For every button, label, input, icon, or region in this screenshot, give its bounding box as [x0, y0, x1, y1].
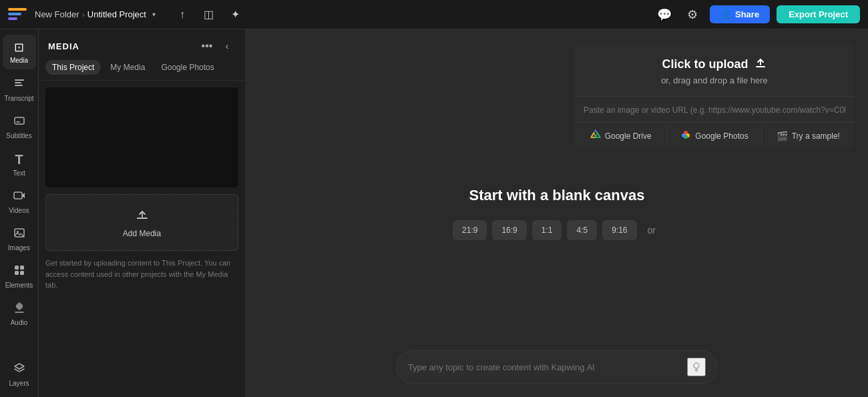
sidebar-item-audio-label: Audio	[11, 319, 28, 326]
svg-rect-2	[15, 85, 23, 86]
aspect-btn-1-1[interactable]: 1:1	[532, 220, 562, 240]
sidebar-item-images[interactable]: Images	[3, 222, 36, 256]
svg-point-7	[17, 231, 19, 233]
videos-icon	[13, 189, 25, 205]
sidebar-item-elements-label: Elements	[5, 282, 33, 289]
app-logo	[8, 8, 27, 21]
audio-icon	[13, 302, 25, 317]
media-icon[interactable]: ◫	[198, 4, 220, 25]
comments-icon[interactable]: 💬	[654, 4, 675, 25]
settings-icon[interactable]: ⚙	[682, 4, 703, 25]
svg-rect-12	[137, 218, 148, 219]
topbar: New Folder › Untitled Project ▾ ↑ ◫ ✦ 💬 …	[0, 0, 868, 29]
sidebar-item-elements[interactable]: Elements	[3, 259, 36, 294]
upload-main-text: Click to upload	[662, 56, 767, 73]
media-panel: MEDIA ••• ‹ This Project My Media Google…	[39, 29, 246, 397]
breadcrumb: New Folder › Untitled Project ▾	[35, 9, 160, 20]
upload-arrow-icon	[754, 56, 767, 73]
sidebar-item-layers-label: Layers	[9, 380, 29, 387]
aspect-btn-4-5[interactable]: 4:5	[567, 220, 597, 240]
upload-sub-text: or, drag and drop a file here	[661, 75, 768, 85]
sidebar-item-transcript[interactable]: Transcript	[3, 72, 36, 107]
upload-main-label: Click to upload	[662, 57, 748, 71]
media-tabs: This Project My Media Google Photos	[39, 60, 245, 81]
tab-this-project[interactable]: This Project	[45, 60, 101, 75]
topbar-right: 💬 ⚙ 👤 Share Export Project	[654, 4, 860, 25]
svg-rect-9	[20, 266, 24, 270]
media-content: Add Media Get started by uploading conte…	[39, 81, 245, 397]
upload-top[interactable]: Click to upload or, drag and drop a file…	[574, 43, 855, 97]
try-sample-button[interactable]: 🎬 Try a sample!	[762, 124, 855, 148]
svg-point-20	[694, 363, 699, 368]
sidebar-item-audio[interactable]: Audio	[3, 296, 36, 331]
canvas-area: Start with a blank canvas 21:9 16:9 1:1 …	[246, 29, 868, 397]
google-drive-label: Google Drive	[605, 131, 652, 141]
svg-rect-1	[15, 82, 21, 83]
main-layout: ⊡ Media Transcript Subtitles T Text Vide…	[0, 29, 868, 397]
sidebar-item-subtitles[interactable]: Subtitles	[3, 109, 36, 144]
sidebar-item-transcript-label: Transcript	[4, 95, 33, 102]
svg-rect-4	[16, 121, 20, 123]
start-label: Start with a blank canvas	[469, 187, 645, 204]
upload-sources: Google Drive Google Photos 🎬 Try a sampl…	[574, 123, 855, 149]
add-media-label: Add Media	[123, 229, 161, 238]
share-export-icon[interactable]: ↑	[172, 4, 193, 25]
add-media-button[interactable]: Add Media	[45, 194, 238, 251]
upload-url-area	[574, 97, 855, 123]
share-label: Share	[735, 9, 759, 19]
google-photos-button[interactable]: Google Photos	[668, 123, 761, 149]
media-hint-text: Get started by uploading content to This…	[45, 258, 238, 291]
svg-point-19	[682, 133, 686, 137]
elements-icon	[13, 264, 25, 280]
try-sample-label: Try a sample!	[792, 131, 840, 141]
sidebar-item-layers[interactable]: Layers	[3, 357, 36, 392]
sidebar-item-text[interactable]: T Text	[3, 147, 36, 181]
sidebar-item-media-label: Media	[10, 57, 28, 64]
svg-rect-5	[14, 192, 22, 199]
layers-icon	[13, 362, 25, 378]
panel-more-button[interactable]: •••	[198, 37, 216, 55]
sidebar-item-images-label: Images	[8, 244, 30, 252]
google-photos-icon	[680, 129, 691, 142]
aspect-btn-16-9[interactable]: 16:9	[492, 220, 526, 240]
logo-bar-1	[8, 8, 27, 11]
ai-prompt-input[interactable]	[408, 362, 680, 372]
text-icon: T	[15, 152, 23, 167]
ai-prompt-bar	[397, 350, 717, 384]
sidebar-item-videos[interactable]: Videos	[3, 184, 36, 219]
sample-icon: 🎬	[777, 131, 788, 141]
canvas-center: Start with a blank canvas 21:9 16:9 1:1 …	[453, 187, 661, 240]
aspect-btn-9-16[interactable]: 9:16	[602, 220, 636, 240]
icon-rail: ⊡ Media Transcript Subtitles T Text Vide…	[0, 29, 39, 397]
project-name[interactable]: Untitled Project	[87, 9, 146, 19]
share-button[interactable]: 👤 Share	[710, 5, 770, 23]
chevron-down-icon[interactable]: ▾	[149, 9, 160, 20]
tab-my-media[interactable]: My Media	[103, 60, 152, 75]
svg-rect-10	[15, 271, 19, 275]
breadcrumb-sep: ›	[81, 9, 84, 19]
google-drive-icon	[590, 129, 601, 142]
sidebar-item-media[interactable]: ⊡ Media	[3, 35, 36, 69]
aspect-ratio-row: 21:9 16:9 1:1 4:5 9:16 or	[453, 220, 661, 240]
header-right-controls: ••• ‹	[198, 37, 236, 55]
export-button[interactable]: Export Project	[777, 5, 860, 23]
tab-google-photos[interactable]: Google Photos	[154, 60, 220, 75]
topbar-actions: ↑ ◫ ✦	[172, 4, 246, 25]
google-drive-button[interactable]: Google Drive	[574, 123, 667, 149]
sidebar-item-videos-label: Videos	[9, 207, 29, 214]
ai-lightbulb-icon[interactable]	[687, 358, 706, 376]
transcript-icon	[13, 77, 25, 93]
svg-rect-3	[15, 117, 24, 124]
folder-name[interactable]: New Folder	[35, 9, 79, 19]
url-input[interactable]	[584, 105, 845, 115]
logo-bar-3	[8, 17, 17, 20]
aspect-btn-21-9[interactable]: 21:9	[453, 220, 487, 240]
google-photos-label: Google Photos	[695, 131, 748, 141]
theme-icon[interactable]: ✦	[225, 4, 246, 25]
svg-marker-15	[595, 133, 600, 137]
subtitles-icon	[13, 115, 25, 130]
sidebar-item-subtitles-label: Subtitles	[6, 132, 31, 139]
panel-collapse-button[interactable]: ‹	[218, 37, 236, 55]
media-icon: ⊡	[14, 40, 24, 55]
or-text: or	[648, 225, 656, 236]
